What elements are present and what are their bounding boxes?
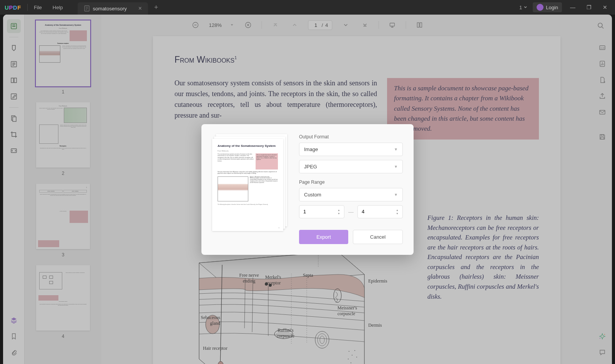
spinner-up-icon[interactable]: ▲ <box>337 209 340 211</box>
cancel-button[interactable]: Cancel <box>353 230 403 244</box>
caret-down-icon: ▼ <box>394 165 398 169</box>
close-window-button[interactable]: ✕ <box>600 4 610 10</box>
avatar-icon <box>537 4 544 11</box>
window-counter[interactable]: 1 <box>519 5 527 10</box>
caret-down-icon: ▼ <box>394 147 398 151</box>
chevron-down-icon <box>524 5 527 9</box>
range-to-field[interactable] <box>362 209 377 214</box>
range-from-input[interactable]: ▲▼ <box>299 205 344 218</box>
range-separator: — <box>348 209 354 215</box>
export-modal: Anatomy of the Somatosensory System From… <box>201 124 414 255</box>
menu-file[interactable]: File <box>34 5 42 10</box>
new-tab-button[interactable]: + <box>154 3 158 12</box>
spinner-down-icon[interactable]: ▼ <box>396 212 399 215</box>
titlebar: UPDF File Help somatosensory × + 1 Login… <box>0 0 615 15</box>
range-to-input[interactable]: ▲▼ <box>357 205 403 218</box>
tab-title: somatosensory <box>93 6 127 12</box>
export-modal-overlay: Anatomy of the Somatosensory System From… <box>3 15 612 364</box>
export-button[interactable]: Export <box>299 230 348 244</box>
app-logo: UPDF <box>5 4 21 11</box>
page-range-label: Page Range <box>299 180 403 185</box>
tab-close-icon[interactable]: × <box>138 5 142 12</box>
export-form: Output Format Image ▼ JPEG ▼ Page Range … <box>299 134 403 244</box>
output-format-label: Output Format <box>299 134 403 140</box>
export-preview: Anatomy of the Somatosensory System From… <box>212 134 289 230</box>
spinner-down-icon[interactable]: ▼ <box>337 212 340 215</box>
output-format-select[interactable]: Image ▼ <box>299 143 403 156</box>
page-range-mode-select[interactable]: Custom ▼ <box>299 188 403 201</box>
minimize-button[interactable]: — <box>567 4 578 10</box>
caret-down-icon: ▼ <box>394 193 398 197</box>
maximize-button[interactable]: ❐ <box>583 4 594 10</box>
range-from-field[interactable] <box>303 209 319 214</box>
spinner-up-icon[interactable]: ▲ <box>396 209 399 211</box>
main-content: Anatomy of the Somatosensory System From… <box>3 15 612 364</box>
document-tab[interactable]: somatosensory × <box>78 2 148 15</box>
document-tab-icon <box>84 5 90 12</box>
login-button[interactable]: Login <box>533 2 562 12</box>
menu-help[interactable]: Help <box>53 5 63 10</box>
image-format-select[interactable]: JPEG ▼ <box>299 160 403 173</box>
